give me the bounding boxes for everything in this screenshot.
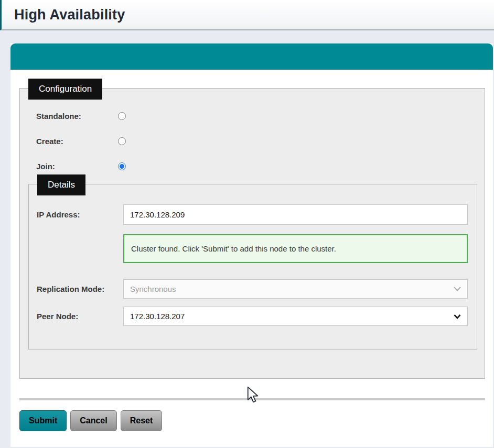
page-header: High Availability: [0, 0, 494, 30]
main-panel: Configuration Standalone: Create: Join: …: [10, 43, 493, 447]
submit-button[interactable]: Submit: [19, 410, 67, 431]
create-label: Create:: [36, 137, 118, 146]
standalone-label: Standalone:: [36, 112, 118, 121]
radio-row-create: Create:: [36, 133, 485, 149]
reset-button[interactable]: Reset: [121, 410, 163, 431]
chevron-down-icon: [454, 314, 461, 319]
join-radio[interactable]: [118, 162, 126, 170]
configuration-fieldset: Configuration Standalone: Create: Join: …: [19, 88, 485, 379]
details-fieldset: Details IP Address: Cluster found. Click…: [28, 184, 477, 349]
ip-address-label: IP Address:: [37, 210, 123, 219]
standalone-radio[interactable]: [118, 112, 126, 120]
page-title: High Availability: [14, 7, 125, 23]
configuration-legend: Configuration: [28, 79, 102, 100]
replication-mode-select: Synchronous: [123, 279, 468, 299]
radio-row-join: Join:: [36, 158, 485, 174]
peer-node-value: 172.30.128.207: [130, 312, 185, 321]
join-label: Join:: [36, 162, 118, 171]
button-row: Submit Cancel Reset: [19, 410, 485, 431]
peer-node-label: Peer Node:: [37, 312, 123, 321]
replication-mode-value: Synchronous: [130, 285, 176, 293]
peer-node-select[interactable]: 172.30.128.207: [123, 307, 468, 326]
ip-address-input[interactable]: [123, 204, 468, 225]
create-radio[interactable]: [118, 137, 126, 145]
ip-address-row: IP Address:: [37, 204, 468, 225]
peer-node-row: Peer Node: 172.30.128.207: [37, 307, 468, 326]
panel-body: Configuration Standalone: Create: Join: …: [10, 88, 493, 431]
cancel-button[interactable]: Cancel: [70, 410, 116, 431]
replication-mode-row: Replication Mode: Synchronous: [37, 279, 468, 299]
message-row: Cluster found. Click 'Submit' to add thi…: [37, 234, 468, 263]
message-spacer: [37, 234, 123, 263]
radio-row-standalone: Standalone:: [36, 108, 485, 124]
replication-mode-label: Replication Mode:: [37, 285, 123, 293]
cluster-found-message: Cluster found. Click 'Submit' to add thi…: [123, 234, 468, 263]
section-banner: [10, 43, 493, 70]
divider: [19, 398, 485, 400]
details-legend: Details: [37, 174, 85, 195]
chevron-down-icon: [454, 287, 461, 291]
